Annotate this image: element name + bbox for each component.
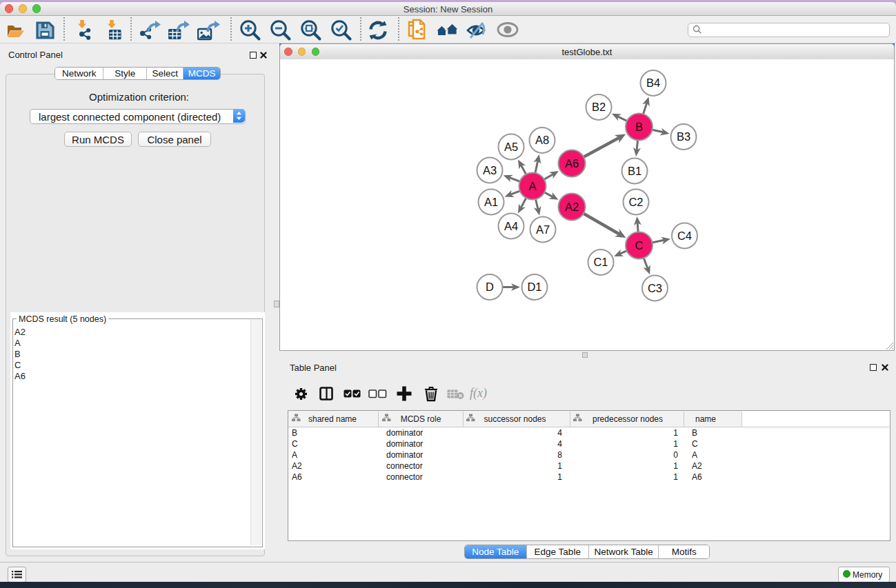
svg-text:C2: C2 (628, 196, 643, 208)
svg-text:A7: A7 (536, 223, 550, 236)
svg-text:A2: A2 (565, 201, 579, 213)
svg-text:A: A (528, 180, 536, 192)
svg-text:B3: B3 (677, 130, 690, 143)
svg-text:C4: C4 (677, 230, 692, 242)
svg-text:D1: D1 (527, 281, 541, 293)
svg-text:B1: B1 (628, 165, 641, 177)
svg-text:B: B (635, 121, 643, 133)
svg-text:A3: A3 (483, 164, 497, 176)
svg-text:C1: C1 (593, 256, 608, 268)
svg-text:B2: B2 (592, 101, 606, 113)
svg-text:D: D (486, 281, 494, 293)
svg-text:A4: A4 (504, 220, 518, 232)
svg-text:A1: A1 (484, 196, 498, 208)
svg-text:A8: A8 (535, 134, 549, 146)
svg-text:C: C (635, 239, 644, 252)
svg-text:A5: A5 (504, 141, 518, 153)
svg-text:A6: A6 (565, 157, 579, 170)
svg-text:B4: B4 (646, 77, 660, 89)
svg-text:C3: C3 (648, 282, 662, 294)
